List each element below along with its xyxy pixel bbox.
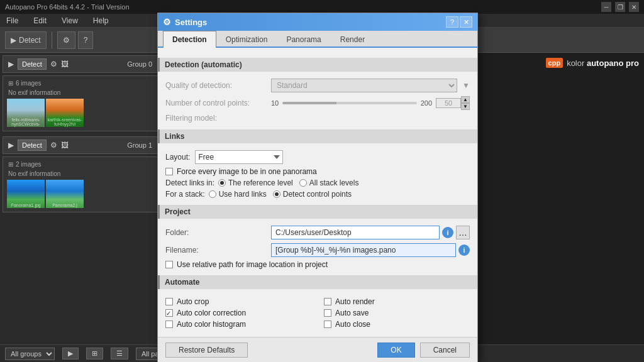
auto-color-correction-item: Auto color correction [165,308,311,318]
folder-input-group: i … [271,226,470,239]
tab-optimization[interactable]: Optimization [216,31,277,48]
folder-row: Folder: i … [165,224,470,241]
filtering-label: Filtering model: [165,114,266,123]
automate-grid: Auto crop Auto render Auto color correct… [165,294,470,332]
spin-up-button[interactable]: ▲ [461,96,470,103]
detect-cp-option[interactable]: Detect control points [273,190,352,199]
auto-save-checkbox[interactable] [324,309,331,317]
slider-track[interactable] [282,102,416,104]
restore-defaults-button[interactable]: Restore Defaults [165,343,248,358]
group-1-image-icon[interactable]: 🖼 [61,141,69,150]
kolor-brand: cpp kolor autopano pro [546,58,639,68]
folder-label: Folder: [165,228,266,237]
tab-detection[interactable]: Detection [163,31,216,48]
title-bar: Autopano Pro 64bits 4.4.2 - Trial Versio… [0,0,644,14]
detect-cp-radio[interactable] [273,190,280,198]
filename-row: Filename: i [165,241,470,259]
all-stack-radio[interactable] [299,179,307,187]
menu-edit[interactable]: Edit [30,15,50,26]
group-0-settings-icon[interactable]: ⚙ [50,60,57,69]
folder-info-icon[interactable]: i [442,227,453,238]
automate-section-header: Automate [158,275,477,289]
image-thumb-3[interactable]: Panorama2.j [46,180,84,208]
detect-button[interactable]: ▶ Detect [5,31,47,49]
hard-links-radio[interactable] [209,190,216,198]
relative-path-checkbox[interactable] [165,261,173,268]
hard-links-option[interactable]: Use hard links [209,190,267,199]
filename-info-icon[interactable]: i [458,244,470,256]
auto-crop-checkbox[interactable] [165,298,173,305]
auto-render-checkbox[interactable] [324,298,331,305]
play-status-button[interactable]: ▶ [62,348,79,359]
reference-level-label: The reference level [228,178,293,187]
layout-select[interactable]: Free Linear Grid [195,150,283,164]
auto-close-checkbox[interactable] [324,321,331,328]
all-groups-dropdown[interactable]: All groups [5,348,55,360]
auto-color-histogram-checkbox[interactable] [165,321,173,328]
all-stack-option[interactable]: All stack levels [299,178,359,187]
folder-input[interactable] [271,226,440,239]
filename-label: Filename: [165,246,266,255]
cancel-button[interactable]: Cancel [420,343,470,358]
auto-close-item: Auto close [324,319,470,329]
auto-color-correction-label: Auto color correction [177,309,246,317]
group-1-info: ⊞ 2 images [6,160,155,169]
help-toolbar-button[interactable]: ? [78,31,94,49]
auto-render-label: Auto render [335,297,375,306]
group-0-detect-button[interactable]: Detect [18,58,47,70]
menu-view[interactable]: View [58,15,82,26]
control-points-input[interactable] [436,98,461,108]
list-status-button[interactable]: ☰ [111,348,128,359]
dialog-help-button[interactable]: ? [446,16,458,28]
spin-wrapper: ▲ ▼ [436,96,470,110]
force-panorama-checkbox[interactable] [165,168,173,175]
group-0-images: felix-rottmann-nynSCWcbVa- karthik-sreen… [6,97,155,128]
auto-color-correction-checkbox[interactable] [165,309,173,317]
folder-browse-button[interactable]: … [456,226,470,239]
grid-icon-0: ⊞ [8,80,13,87]
quality-select[interactable]: Standard [271,79,457,92]
group-0-play-icon[interactable]: ▶ [8,60,14,69]
group-1-header: ▶ Detect ⚙ 🖼 Group 1 [3,136,158,154]
quality-row: Quality of detection: Standard ▼ [165,77,470,94]
group-1-images: Panorama1.jpg Panorama2.j [6,178,155,209]
control-points-label: Number of control points: [165,99,266,107]
auto-color-histogram-item: Auto color histogram [165,319,311,329]
spin-buttons: ▲ ▼ [461,96,470,110]
minimize-button[interactable]: ─ [601,2,611,12]
image-thumb-0[interactable]: felix-rottmann-nynSCWcbVa- [7,99,45,127]
toolbar-separator [52,31,52,49]
grid-status-button[interactable]: ⊞ [86,348,103,359]
group-0-image-icon[interactable]: 🖼 [61,60,69,69]
dialog-title-left: ⚙ Settings [163,17,207,27]
group-1-play-icon[interactable]: ▶ [8,141,14,150]
dialog-title-bar: ⚙ Settings ? ✕ [158,13,477,31]
close-button[interactable]: ✕ [629,2,639,12]
detect-icon: ▶ [11,36,16,45]
ok-button[interactable]: OK [377,343,414,358]
reference-level-radio[interactable] [218,179,226,187]
filename-input[interactable] [271,243,456,257]
slider-max: 200 [421,99,432,107]
relative-path-label: Use relative path for image location in … [177,260,328,269]
menu-help[interactable]: Help [89,15,113,26]
tab-panorama[interactable]: Panorama [277,31,330,48]
group-0-content: ⊞ 6 images No exif information felix-rot… [3,75,158,131]
detection-section-header: Detection (automatic) [158,58,477,72]
settings-button[interactable]: ⚙ [57,31,75,49]
reference-level-option[interactable]: The reference level [218,178,293,187]
group-1-label: Group 1 [127,141,152,149]
spin-down-button[interactable]: ▼ [461,103,470,110]
restore-button[interactable]: ❐ [615,2,625,12]
all-stack-label: All stack levels [309,178,359,187]
group-1-detect-button[interactable]: Detect [18,140,47,151]
image-thumb-2[interactable]: Panorama1.jpg [7,180,45,208]
group-1-content: ⊞ 2 images No exif information Panorama1… [3,156,158,212]
group-1-settings-icon[interactable]: ⚙ [50,141,57,150]
tab-render[interactable]: Render [331,31,374,48]
image-thumb-1[interactable]: karthik-sreenivas-fuHhiyy2NI [46,99,84,127]
detect-cp-label: Detect control points [283,190,352,199]
menu-file[interactable]: File [3,15,22,26]
dialog-close-button[interactable]: ✕ [460,16,472,28]
auto-crop-item: Auto crop [165,297,311,307]
